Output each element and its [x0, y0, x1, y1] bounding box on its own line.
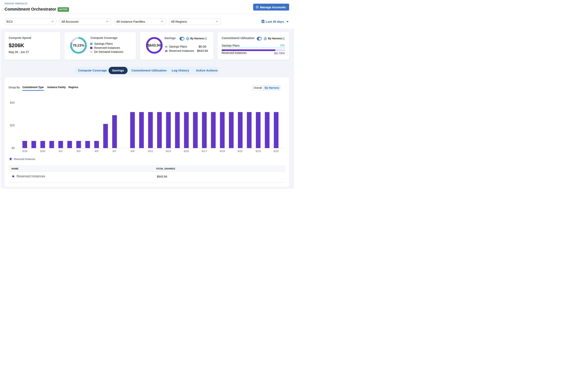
svg-text:6/25: 6/25	[274, 150, 279, 153]
svg-text:$40: $40	[10, 101, 15, 104]
svg-text:5/30: 5/30	[40, 150, 45, 153]
svg-text:6/23: 6/23	[255, 150, 261, 153]
svg-text:6/11: 6/11	[148, 150, 153, 153]
svg-text:6/7: 6/7	[113, 150, 116, 153]
svg-text:6/9: 6/9	[131, 150, 134, 153]
svg-text:6/21: 6/21	[238, 150, 243, 153]
svg-text:6/3: 6/3	[77, 150, 80, 153]
svg-text:$0: $0	[11, 146, 15, 150]
svg-text:5/28: 5/28	[22, 150, 27, 153]
svg-text:6/17: 6/17	[202, 150, 207, 153]
svg-text:6/13: 6/13	[166, 150, 171, 153]
svg-text:6/19: 6/19	[220, 150, 225, 153]
svg-text:$20: $20	[10, 124, 15, 127]
svg-text:6/15: 6/15	[184, 150, 189, 153]
svg-text:6/5: 6/5	[95, 150, 99, 153]
svg-text:6/1: 6/1	[59, 150, 63, 153]
